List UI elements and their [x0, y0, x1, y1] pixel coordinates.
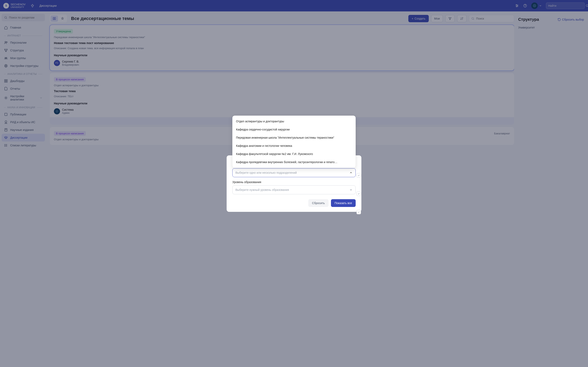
- dropdown-option[interactable]: Отдел аспирантуры и докторантуры: [232, 117, 356, 125]
- dropdown-option[interactable]: Кафедра анатомии и гистологии человека: [232, 142, 356, 150]
- combobox-placeholder: Выберите нужный уровень образования: [235, 188, 289, 192]
- filter-checkmarks: [356, 173, 361, 214]
- checkbox[interactable]: [356, 192, 361, 196]
- dropdown-option[interactable]: Кафедра пропедевтики внутренних болезней…: [232, 158, 356, 166]
- education-level-combobox[interactable]: Выберите нужный уровень образования: [232, 185, 356, 194]
- filters-modal: Фильтры Отдел аспирантуры и докторантуры…: [227, 155, 361, 212]
- subunits-dropdown: Отдел аспирантуры и докторантуры Кафедра…: [232, 116, 356, 168]
- checkbox[interactable]: [356, 210, 361, 214]
- education-level-label: Уровень образования: [232, 180, 356, 184]
- reset-filters-button[interactable]: Сбросить: [308, 199, 328, 207]
- dropdown-option[interactable]: Кафедра сердечно-сосудистой хирургии: [232, 125, 356, 133]
- chevron-down-icon: [349, 188, 353, 192]
- dropdown-option[interactable]: Кафедра факультетской хирургии №2 им. Г.…: [232, 150, 356, 158]
- chevron-up-icon: [349, 171, 353, 174]
- modal-overlay[interactable]: Фильтры Отдел аспирантуры и докторантуры…: [0, 0, 588, 367]
- combobox-placeholder: Выберите одно или несколько подразделени…: [235, 171, 297, 174]
- checkbox[interactable]: [356, 173, 361, 178]
- subunits-combobox[interactable]: Выберите одно или несколько подразделени…: [232, 168, 356, 177]
- dropdown-option[interactable]: Передовая инженерная школа "Интеллектуал…: [232, 133, 356, 142]
- apply-filters-button[interactable]: Показать все: [331, 199, 356, 207]
